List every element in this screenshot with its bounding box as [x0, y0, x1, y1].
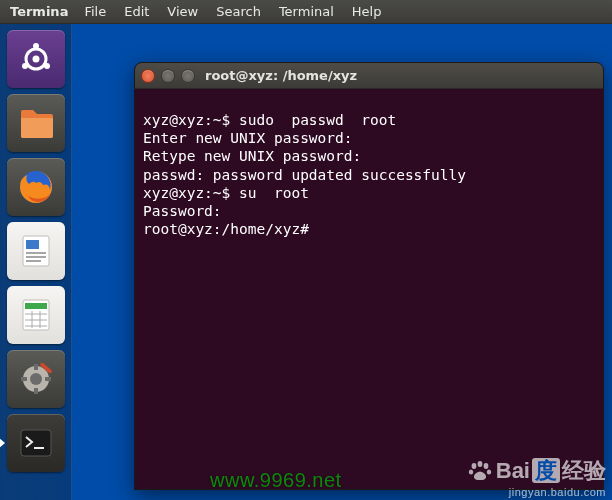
global-menubar: Termina File Edit View Search Terminal H… [0, 0, 612, 24]
writer-icon[interactable] [7, 222, 65, 280]
svg-point-29 [483, 463, 488, 469]
svg-rect-23 [21, 377, 27, 381]
active-app-label: Termina [4, 2, 74, 21]
svg-point-27 [471, 463, 476, 469]
files-icon[interactable] [7, 94, 65, 152]
terminal-line: root@xyz:/home/xyz# [143, 221, 309, 237]
window-title: root@xyz: /home/xyz [205, 68, 357, 83]
settings-icon[interactable] [7, 350, 65, 408]
svg-rect-22 [45, 377, 51, 381]
watermark-brand: Bai度经验 jingyan.baidu.com [468, 456, 606, 498]
desktop: root@xyz: /home/xyz xyz@xyz:~$ sudo pass… [0, 24, 612, 500]
window-close-button[interactable] [141, 69, 155, 83]
terminal-line: Password: [143, 203, 222, 219]
window-titlebar[interactable]: root@xyz: /home/xyz [135, 63, 603, 89]
svg-point-28 [477, 461, 482, 467]
terminal-output[interactable]: xyz@xyz:~$ sudo passwd root Enter new UN… [135, 89, 603, 489]
svg-rect-21 [34, 388, 38, 394]
menu-terminal[interactable]: Terminal [271, 2, 342, 21]
svg-point-31 [487, 469, 491, 474]
dash-icon[interactable] [7, 30, 65, 88]
svg-rect-20 [34, 364, 38, 370]
terminal-icon[interactable] [7, 414, 65, 472]
svg-rect-7 [26, 240, 39, 249]
menu-file[interactable]: File [76, 2, 114, 21]
watermark-url: www.9969.net [210, 469, 342, 492]
terminal-line: xyz@xyz:~$ sudo passwd root [143, 112, 396, 128]
menu-help[interactable]: Help [344, 2, 390, 21]
svg-point-2 [33, 43, 39, 49]
terminal-window: root@xyz: /home/xyz xyz@xyz:~$ sudo pass… [134, 62, 604, 490]
paw-icon [468, 460, 492, 482]
svg-point-3 [22, 63, 28, 69]
svg-rect-12 [25, 303, 47, 309]
svg-point-30 [469, 469, 473, 474]
terminal-line: passwd: password updated successfully [143, 167, 466, 183]
menu-edit[interactable]: Edit [116, 2, 157, 21]
terminal-line: Retype new UNIX password: [143, 148, 361, 164]
svg-point-1 [32, 56, 39, 63]
svg-point-4 [44, 63, 50, 69]
launcher-dock [0, 24, 72, 500]
svg-point-19 [30, 373, 42, 385]
svg-rect-25 [21, 430, 51, 456]
calc-icon[interactable] [7, 286, 65, 344]
window-maximize-button[interactable] [181, 69, 195, 83]
terminal-line: xyz@xyz:~$ su root [143, 185, 309, 201]
active-indicator-icon [0, 438, 5, 448]
window-minimize-button[interactable] [161, 69, 175, 83]
firefox-icon[interactable] [7, 158, 65, 216]
terminal-line: Enter new UNIX password: [143, 130, 353, 146]
menu-search[interactable]: Search [208, 2, 269, 21]
menu-view[interactable]: View [159, 2, 206, 21]
